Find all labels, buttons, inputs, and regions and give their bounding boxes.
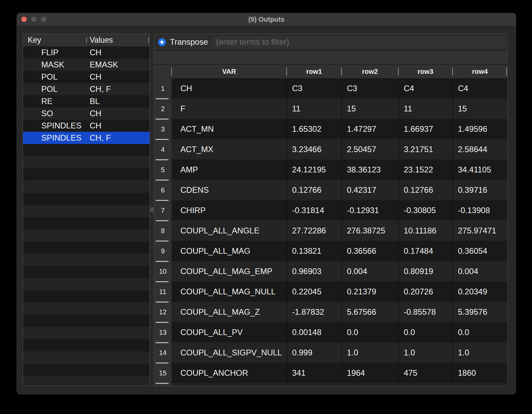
value-cell-row1: 0.00148 [287, 322, 341, 343]
value-cell-row2: 38.36123 [341, 160, 398, 180]
var-cell: F [172, 99, 287, 119]
key-values-header: Key Values [23, 34, 150, 46]
values-cell: BL [86, 97, 150, 106]
output-table-row[interactable]: 9 COUPL_ALL_MAG 0.13821 0.36566 0.17484 … [154, 241, 507, 261]
row-resize-handle[interactable] [156, 363, 169, 364]
value-cell-row2: 5.67566 [341, 302, 398, 322]
row-resize-handle[interactable] [156, 220, 169, 221]
value-cell-row3: 10.11186 [398, 221, 452, 241]
output-table-row[interactable]: 4 ACT_MX 3.23466 2.50457 3.21751 2.58644 [154, 139, 507, 160]
value-cell-row4: 15 [452, 99, 507, 119]
row-number-column-header [154, 65, 172, 78]
row-number-cell: 14 [154, 343, 172, 363]
title-bar[interactable]: (9) Outputs [17, 13, 516, 26]
value-cell-row4: C4 [452, 78, 507, 99]
row-resize-handle[interactable] [156, 180, 169, 181]
key-values-row[interactable]: SO CH [23, 107, 150, 120]
row-number-cell: 13 [154, 322, 172, 343]
row-resize-handle[interactable] [156, 281, 169, 282]
value-cell-row2: 0.21379 [341, 282, 398, 302]
output-table-row[interactable]: 3 ACT_MN 1.65302 1.47297 1.66937 1.49596 [154, 119, 507, 139]
window-title: (9) Outputs [17, 13, 516, 26]
key-values-row[interactable]: MASK EMASK [23, 59, 150, 71]
key-values-table: Key Values FLIP CH MASK EMASK POL CH POL… [23, 34, 150, 386]
output-table-row[interactable]: 13 COUPL_ALL_PV 0.00148 0.0 0.0 0.0 [154, 322, 507, 343]
value-cell-row3: 3.21751 [398, 139, 452, 160]
output-table-row[interactable]: 12 COUPL_ALL_MAG_Z -1.87832 5.67566 -0.8… [154, 302, 507, 322]
key-values-row[interactable]: SPINDLES CH [23, 120, 150, 132]
value-cell-row2: C3 [341, 78, 398, 99]
output-table-row[interactable]: 6 CDENS 0.12766 0.42317 0.12766 0.39716 [154, 180, 507, 200]
header-cell-row4[interactable]: row4 [452, 65, 507, 78]
row-resize-handle[interactable] [156, 200, 169, 201]
row-resize-handle[interactable] [156, 241, 169, 242]
key-values-row[interactable]: POL CH, F [23, 83, 150, 95]
row-resize-handle[interactable] [156, 159, 169, 160]
value-cell-row4: 0.39716 [452, 180, 507, 200]
value-cell-row1: -1.87832 [287, 302, 341, 322]
value-cell-row2: 276.38725 [341, 221, 398, 241]
row-resize-handle[interactable] [156, 261, 169, 262]
var-cell: COUPL_ALL_PV [172, 322, 287, 343]
value-cell-row4: 0.36054 [452, 241, 507, 261]
key-values-row[interactable]: POL CH [23, 71, 150, 83]
value-cell-row2: 0.36566 [341, 241, 398, 261]
value-cell-row4: 34.41105 [452, 160, 507, 180]
header-cell-row1[interactable]: row1 [287, 65, 341, 78]
outputs-toolbar: Transpose [154, 34, 507, 51]
row-resize-handle[interactable] [156, 139, 169, 140]
var-cell: CH [172, 78, 287, 99]
output-table-row[interactable]: 10 COUPL_ALL_MAG_EMP 0.96903 0.004 0.809… [154, 261, 507, 282]
value-cell-row1: 0.12766 [287, 180, 341, 200]
output-table-row[interactable]: 2 F 11 15 11 15 [154, 99, 507, 119]
output-table-row[interactable]: 7 CHIRP -0.31814 -0.12931 -0.30805 -0.13… [154, 200, 507, 221]
header-cell-row3[interactable]: row3 [398, 65, 452, 78]
values-cell: CH, F [86, 84, 150, 94]
values-cell: CH [86, 109, 150, 118]
key-cell: SPINDLES [23, 121, 86, 130]
output-table-row[interactable]: 8 COUPL_ALL_ANGLE 27.72286 276.38725 10.… [154, 221, 507, 241]
key-values-row[interactable]: SPINDLES CH, F [23, 132, 150, 144]
row-number: 9 [161, 247, 164, 255]
key-values-row[interactable]: RE BL [23, 95, 150, 107]
row-resize-handle[interactable] [156, 98, 169, 99]
output-table-row[interactable]: 5 AMP 24.12195 38.36123 23.1522 34.41105 [154, 160, 507, 180]
value-cell-row3: 0.17484 [398, 241, 452, 261]
key-values-row[interactable]: FLIP CH [23, 46, 150, 59]
row-resize-handle[interactable] [156, 322, 169, 323]
row-number: 4 [161, 146, 164, 153]
header-cell-var[interactable]: VAR [172, 65, 287, 78]
key-column-header[interactable]: Key [23, 36, 86, 45]
header-cell-row2[interactable]: row2 [341, 65, 398, 78]
value-cell-row4: 1.0 [452, 343, 507, 363]
value-cell-row4: 5.39576 [452, 302, 507, 322]
var-cell: ACT_MX [172, 139, 287, 160]
value-cell-row3: 1.66937 [398, 119, 452, 139]
output-table-row[interactable]: 1 CH C3 C3 C4 C4 [154, 78, 507, 99]
key-cell: FLIP [23, 48, 86, 57]
value-cell-row4: 0.20349 [452, 282, 507, 302]
row-number: 5 [161, 166, 164, 174]
key-cell: RE [23, 97, 86, 106]
row-number-cell: 6 [154, 180, 172, 200]
transpose-radio[interactable] [158, 38, 166, 46]
row-resize-handle[interactable] [156, 302, 169, 303]
value-cell-row4: -0.13908 [452, 200, 507, 221]
value-cell-row3 [398, 383, 452, 386]
output-table-row[interactable]: 14 COUPL_ALL_SIGPV_NULL 0.999 1.0 1.0 1.… [154, 343, 507, 363]
row-resize-handle[interactable] [156, 119, 169, 120]
value-cell-row2: 1964 [341, 363, 398, 383]
row-number: 13 [159, 329, 167, 336]
value-cell-row3: C4 [398, 78, 452, 99]
filter-input[interactable] [213, 36, 506, 48]
output-table-row[interactable]: 15 COUPL_ANCHOR 341 1964 475 1860 [154, 363, 507, 383]
value-cell-row3: 0.80919 [398, 261, 452, 282]
output-table-row[interactable]: 11 COUPL_ALL_MAG_NULL 0.22045 0.21379 0.… [154, 282, 507, 302]
row-number-cell: 2 [154, 99, 172, 119]
outputs-window: (9) Outputs Key Values FLIP CH MASK EMAS… [17, 13, 516, 394]
values-column-header[interactable]: Values [86, 36, 150, 45]
key-cell: POL [23, 72, 86, 82]
values-cell: CH, F [86, 133, 150, 143]
row-resize-handle[interactable] [156, 383, 169, 384]
row-resize-handle[interactable] [156, 342, 169, 343]
